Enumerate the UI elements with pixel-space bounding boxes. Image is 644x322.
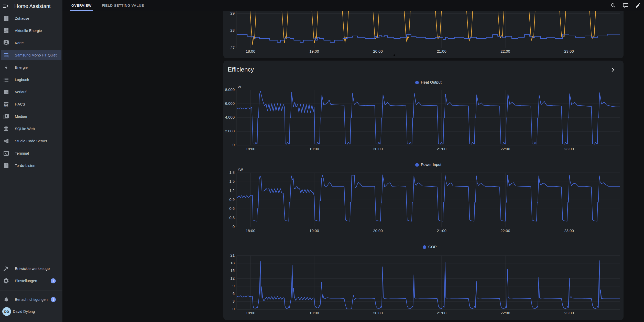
y-tick-label: 6: [233, 291, 235, 296]
tab-field-setting-value[interactable]: FIELD SETTING VALUE: [97, 0, 149, 11]
sidebar-item-energie[interactable]: Energie: [1, 62, 61, 73]
y-tick-label: 8.000: [225, 87, 235, 92]
sidebar-item-label: Medien: [15, 114, 27, 119]
sidebar-item-label: David Dylong: [13, 309, 35, 314]
y-tick-label: 0,6: [229, 206, 235, 211]
sidebar-item-label: Einstellungen: [15, 279, 37, 283]
sidebar-item-label: Samsung Mono HT Quiet: [15, 53, 57, 57]
legend-cop: COP: [423, 245, 437, 249]
efficiency-charts[interactable]: Heat Output8.0006.0004.0002.000018:0019:…: [223, 61, 624, 320]
assist-chat-icon[interactable]: [623, 2, 629, 8]
x-tick-label: 22:00: [500, 228, 510, 233]
x-tick-label: 21:00: [437, 311, 446, 315]
x-tick-label: 19:00: [309, 228, 319, 233]
y-tick-label: 0: [233, 224, 235, 229]
sidebar-item-karte[interactable]: Karte: [1, 38, 61, 48]
chevron-right-icon[interactable]: [610, 67, 616, 73]
y-tick-label: 4.000: [225, 115, 235, 119]
sidebar-item-label: To-do-Listen: [15, 164, 35, 168]
sidebar-item-entwicklerwerkzeuge[interactable]: Entwicklerwerkzeuge: [1, 263, 61, 274]
legend-power-input: Power Input: [415, 162, 442, 167]
hammer-icon: [3, 266, 9, 272]
x-tick-label: 23:00: [564, 147, 574, 151]
svg-text:HACS: HACS: [4, 106, 8, 107]
sidebar-item-label: Zuhause: [15, 16, 29, 20]
sidebar-item-label: Terminal: [15, 151, 29, 155]
sidebar: Home Assistant ZuhauseAktuelle EnergieKa…: [0, 0, 62, 322]
x-tick-label: 19:00: [309, 147, 319, 151]
sidebar-item-einstellungen[interactable]: Einstellungen1: [1, 276, 61, 286]
legend-heat-output: Heat Output: [415, 80, 442, 84]
dashboard-tabs: OVERVIEW FIELD SETTING VALUE: [66, 0, 149, 11]
toolbar-actions: [610, 0, 641, 11]
sidebar-item-benachrichtigungen[interactable]: Benachrichtigungen1: [1, 294, 61, 305]
sidebar-item-label: Benachrichtigungen: [15, 297, 48, 302]
x-tick-label: 22:00: [500, 49, 510, 53]
x-tick-label: 18:00: [246, 228, 255, 233]
x-tick-label: 21:00: [437, 49, 446, 53]
search-icon[interactable]: [610, 2, 616, 8]
sidebar-item-terminal[interactable]: Terminal: [1, 148, 61, 158]
x-tick-label: 20:00: [373, 49, 383, 53]
x-tick-label: 19:00: [309, 311, 319, 315]
console-icon: [3, 150, 9, 156]
x-tick-label: 23:00: [564, 311, 574, 315]
sidebar-item-label: Logbuch: [15, 78, 29, 82]
sidebar-item-logbuch[interactable]: Logbuch: [1, 75, 61, 85]
sidebar-item-label: Verlauf: [15, 90, 26, 94]
database-icon: [3, 126, 9, 132]
x-tick-label: 18:00: [246, 147, 255, 151]
sidebar-item-verlauf[interactable]: Verlauf: [1, 87, 61, 97]
x-tick-label: 23:00: [564, 49, 574, 53]
x-tick-label: 19:00: [309, 49, 319, 53]
heat-pump-icon: [3, 52, 9, 58]
sidebar-item-studio-code-server[interactable]: Studio Code Server: [1, 136, 61, 146]
sidebar-item-label: Entwicklerwerkzeuge: [15, 267, 50, 271]
view-dashboard-icon: [3, 28, 9, 34]
x-tick-label: 20:00: [373, 147, 383, 151]
sidebar-item-user-profile[interactable]: DDDavid Dylong: [1, 306, 61, 317]
y-tick-label: 9: [233, 284, 235, 288]
sidebar-item-label: SQLite Web: [15, 127, 35, 131]
notification-badge: 1: [51, 297, 56, 302]
y-tick-label: 0,9: [229, 197, 235, 202]
sidebar-item-aktuelle-energie[interactable]: Aktuelle Energie: [1, 26, 61, 36]
sidebar-item-to-do-listen[interactable]: To-do-Listen: [1, 160, 61, 171]
notification-badge: 1: [51, 278, 56, 283]
y-tick-label: 15: [230, 268, 235, 273]
x-tick-label: 18:00: [246, 311, 255, 315]
sidebar-item-zuhause[interactable]: Zuhause: [1, 13, 61, 24]
chart-box-icon: [3, 89, 9, 95]
x-tick-label: 21:00: [437, 228, 446, 233]
svg-text:Heat Output: Heat Output: [421, 80, 442, 84]
x-tick-label: 22:00: [500, 147, 510, 151]
y-tick-label: 1,8: [229, 170, 235, 175]
y-tick-label: 1,5: [229, 179, 235, 183]
view-dashboard-icon: [3, 15, 9, 21]
series-cop: [236, 261, 620, 309]
x-tick-label: 18:00: [246, 49, 255, 53]
y-tick-label: 3: [233, 299, 235, 303]
y-tick-label: 28: [230, 28, 235, 32]
sidebar-item-samsung-mono-ht-quiet[interactable]: Samsung Mono HT Quiet: [1, 50, 61, 60]
top-toolbar: OVERVIEW FIELD SETTING VALUE: [62, 0, 644, 11]
tab-overview[interactable]: OVERVIEW: [66, 0, 97, 11]
sidebar-item-medien[interactable]: Medien: [1, 111, 61, 122]
svg-text:Power Input: Power Input: [421, 162, 442, 167]
card-title: Efficiency: [228, 66, 254, 73]
app-title: Home Assistant: [14, 3, 51, 9]
user-avatar: DD: [2, 307, 11, 316]
edit-pencil-icon[interactable]: [635, 2, 641, 8]
x-tick-label: 20:00: [373, 228, 383, 233]
play-box-icon: [3, 113, 9, 120]
sidebar-item-sqlite-web[interactable]: SQLite Web: [1, 124, 61, 134]
x-tick-label: 20:00: [373, 311, 383, 315]
sidebar-toggle-icon[interactable]: [3, 3, 9, 9]
pointer-dot: [394, 54, 395, 56]
series-temperature-blue: [236, 34, 620, 42]
hacs-store-icon: HACS: [3, 101, 9, 107]
sidebar-item-label: Energie: [15, 65, 28, 70]
vscode-icon: [3, 138, 9, 144]
sidebar-item-hacs[interactable]: HACSHACS: [1, 99, 61, 109]
bell-icon: [3, 296, 9, 303]
